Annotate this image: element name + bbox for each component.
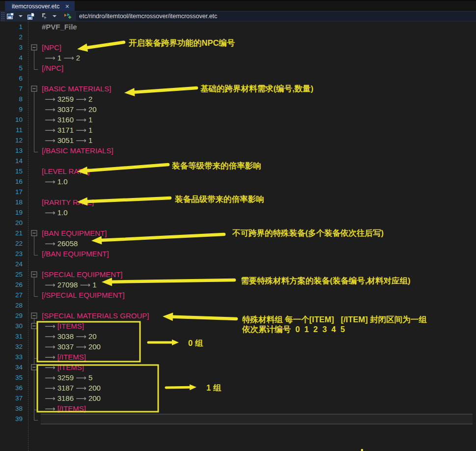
tab-itemcrossover[interactable]: itemcrossover.etc × [5, 1, 75, 12]
code-line[interactable]: 17 [0, 187, 476, 197]
code-line[interactable]: 14 [0, 156, 476, 166]
code-text: ⟶ 3037 ⟶ 20 [45, 104, 97, 114]
code-line[interactable]: 12⟶ 3051 ⟶ 1 [0, 135, 476, 145]
save-button[interactable] [5, 11, 16, 21]
code-line[interactable]: 31⟶ 3038 ⟶ 20 [0, 331, 476, 341]
gutter-separator [28, 22, 28, 451]
fold-collapse-icon[interactable] [31, 272, 37, 277]
code-text: ⟶ 1.0 [45, 207, 68, 218]
code-text: [/SPECIAL EQUIPMENT] [42, 290, 125, 300]
code-text: [/NPC] [42, 63, 63, 73]
code-line[interactable]: 10⟶ 3160 ⟶ 1 [0, 114, 476, 125]
add-link-button[interactable] [62, 11, 73, 21]
grip-handle-icon[interactable] [1, 12, 5, 21]
line-number: 1 [0, 22, 23, 32]
code-line[interactable]: 9⟶ 3037 ⟶ 20 [0, 104, 476, 114]
line-number: 9 [0, 104, 23, 114]
line-number: 22 [0, 238, 23, 249]
line-number: 20 [0, 218, 23, 228]
code-line[interactable]: 26⟶ 27098 ⟶ 1 [0, 280, 476, 290]
code-lines: 1#PVF_File23[NPC]4⟶ 1 ⟶ 25[/NPC]67[BASIC… [0, 22, 476, 424]
line-number: 24 [0, 259, 23, 269]
code-line[interactable]: 30⟶ [ITEMS] [0, 321, 476, 331]
code-line[interactable]: 4⟶ 1 ⟶ 2 [0, 53, 476, 63]
code-line[interactable]: 7[BASIC MATERIALS] [0, 84, 476, 94]
code-line[interactable]: 27[/SPECIAL EQUIPMENT] [0, 290, 476, 300]
code-line[interactable]: 3[NPC] [0, 42, 476, 53]
code-line[interactable]: 1#PVF_File [0, 22, 476, 32]
code-line[interactable]: 28 [0, 300, 476, 310]
line-number: 23 [0, 249, 23, 259]
code-text: ⟶ 3186 ⟶ 200 [45, 393, 101, 403]
code-line[interactable]: 2 [0, 32, 476, 42]
code-text: ⟶ [/ITEMS] [45, 352, 86, 362]
save-as-button[interactable] [26, 11, 36, 21]
fold-collapse-icon[interactable] [31, 230, 37, 236]
line-number: 39 [0, 414, 23, 424]
code-line[interactable]: 25[SPECIAL EQUIPMENT] [0, 269, 476, 280]
code-text: ⟶ 3038 ⟶ 20 [45, 331, 97, 341]
breadcrumb[interactable]: etc/rindro/itemtool/itemcrossover/itemcr… [76, 13, 217, 20]
fold-collapse-icon[interactable] [31, 365, 37, 370]
code-line[interactable]: 36⟶ 3187 ⟶ 200 [0, 383, 476, 393]
line-number: 17 [0, 187, 23, 197]
save-dropdown[interactable] [16, 11, 26, 21]
line-number: 38 [0, 403, 23, 414]
symbol-picker-button[interactable] [39, 11, 50, 21]
code-text: ⟶ [/ITEMS] [45, 403, 86, 414]
line-number: 13 [0, 145, 23, 156]
fold-collapse-icon[interactable] [31, 86, 37, 91]
code-text: [RARITY RATE] [42, 197, 94, 207]
code-text: ⟶ 3171 ⟶ 1 [45, 125, 92, 135]
tab-bar: itemcrossover.etc × [0, 0, 476, 11]
line-number: 28 [0, 300, 23, 310]
save-as-icon [27, 12, 35, 20]
fold-collapse-icon[interactable] [31, 313, 37, 318]
code-line[interactable]: 34⟶ [ITEMS] [0, 362, 476, 372]
line-number: 37 [0, 393, 23, 403]
breadcrumb-bar: etc/rindro/itemtool/itemcrossover/itemcr… [76, 12, 476, 21]
add-link-icon [63, 12, 72, 20]
line-number: 32 [0, 341, 23, 352]
code-line[interactable]: 16⟶ 1.0 [0, 176, 476, 187]
fold-collapse-icon[interactable] [31, 323, 37, 329]
code-line[interactable]: 33⟶ [/ITEMS] [0, 352, 476, 362]
code-text: [SPECIAL EQUIPMENT] [42, 269, 122, 280]
code-line[interactable]: 32⟶ 3037 ⟶ 200 [0, 341, 476, 352]
code-line[interactable]: 23[/BAN EQUIPMENT] [0, 249, 476, 259]
line-number: 19 [0, 207, 23, 218]
current-line-highlight [41, 414, 473, 424]
code-text: ⟶ [ITEMS] [45, 362, 84, 372]
code-line[interactable]: 11⟶ 3171 ⟶ 1 [0, 125, 476, 135]
code-text: [/BASIC MATERIALS] [42, 145, 113, 156]
code-line[interactable]: 29[SPECIAL MATERIALS GROUP] [0, 310, 476, 321]
line-number: 36 [0, 383, 23, 393]
code-editor[interactable]: 1#PVF_File23[NPC]4⟶ 1 ⟶ 25[/NPC]67[BASIC… [0, 22, 476, 451]
code-line[interactable]: 20 [0, 218, 476, 228]
code-line[interactable]: 13[/BASIC MATERIALS] [0, 145, 476, 156]
code-line[interactable]: 19⟶ 1.0 [0, 207, 476, 218]
code-text: ⟶ 26058 [45, 238, 78, 249]
code-line[interactable]: 37⟶ 3186 ⟶ 200 [0, 393, 476, 403]
line-number: 34 [0, 362, 23, 372]
line-number: 27 [0, 290, 23, 300]
code-line[interactable]: 18[RARITY RATE] [0, 197, 476, 207]
code-line[interactable]: 24 [0, 259, 476, 269]
code-line[interactable]: 35⟶ 3259 ⟶ 5 [0, 372, 476, 383]
code-text: ⟶ 3187 ⟶ 200 [45, 383, 101, 393]
code-line[interactable]: 21[BAN EQUIPMENT] [0, 228, 476, 238]
symbol-dropdown[interactable] [50, 11, 59, 21]
line-number: 35 [0, 372, 23, 383]
tab-close-icon[interactable]: × [64, 3, 71, 10]
line-number: 14 [0, 156, 23, 166]
code-line[interactable]: 22⟶ 26058 [0, 238, 476, 249]
fold-collapse-icon[interactable] [31, 45, 37, 50]
code-text: ⟶ 3037 ⟶ 200 [45, 341, 101, 352]
code-line[interactable]: 38⟶ [/ITEMS] [0, 403, 476, 414]
code-line[interactable]: 6 [0, 73, 476, 84]
editor-window: itemcrossover.etc × [0, 0, 476, 451]
code-line[interactable]: 8⟶ 3259 ⟶ 2 [0, 94, 476, 104]
code-line[interactable]: 15[LEVEL RATE] [0, 166, 476, 176]
code-line[interactable]: 5[/NPC] [0, 63, 476, 73]
toolbar: etc/rindro/itemtool/itemcrossover/itemcr… [0, 11, 476, 22]
